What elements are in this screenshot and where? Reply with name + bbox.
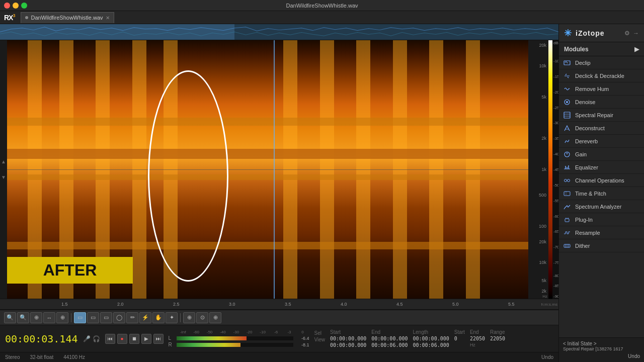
- module-gain[interactable]: Gain: [559, 148, 644, 161]
- spectrogram-canvas[interactable]: AFTER: [7, 40, 528, 299]
- denoise-icon: [563, 98, 571, 106]
- module-dither[interactable]: Dither: [559, 239, 644, 252]
- tool-select-rect[interactable]: ▭: [74, 312, 86, 323]
- db-label-m60: -60: [553, 214, 557, 218]
- tool-zoom-region[interactable]: ⊕: [30, 312, 42, 323]
- tool-pencil[interactable]: ✏: [126, 312, 138, 323]
- module-spectral[interactable]: Spectral Repair: [559, 109, 644, 122]
- db-label-m10: -10: [553, 59, 557, 63]
- playhead-line: [274, 40, 275, 299]
- transport-play[interactable]: ▶: [141, 334, 151, 344]
- maximize-button[interactable]: [21, 3, 27, 9]
- tool-zoom-fit[interactable]: ⊕: [56, 312, 68, 323]
- undo-label[interactable]: Undo: [628, 353, 640, 359]
- spectrum-label: Spectrum Analyzer: [575, 204, 621, 210]
- module-channel[interactable]: Channel Operations: [559, 174, 644, 187]
- freq-label-5k: 5k: [541, 95, 546, 100]
- view-start-time: 00:00:00.000: [330, 342, 366, 348]
- removehum-icon: [563, 85, 571, 93]
- transport-controls[interactable]: ⏮ ● ⏹ ▶ ⏭: [105, 334, 164, 344]
- bottom-status: Stereo 32-bit float 44100 Hz Undo: [0, 352, 558, 362]
- file-tab[interactable]: DanWildfireShowWhistle.wav ✕: [21, 12, 114, 23]
- db-label-m40: -40: [553, 152, 557, 156]
- sel-end-time: 00:00:00.000: [371, 336, 408, 341]
- freq-label-1k: 1k: [541, 167, 546, 172]
- minimize-button[interactable]: [13, 3, 19, 9]
- module-deconstruct[interactable]: Deconstruct: [559, 122, 644, 135]
- transport-stop[interactable]: ⏹: [129, 334, 139, 344]
- frequency-scale: 20k 10k 5k 2k 1k 500 100 20k 10k 5k 2k H…: [528, 40, 548, 299]
- undo-button[interactable]: Undo: [563, 353, 640, 359]
- removehum-label: Remove Hum: [575, 86, 609, 92]
- module-time[interactable]: Time & Pitch: [559, 187, 644, 200]
- tool-loop[interactable]: ⊙: [196, 312, 208, 323]
- close-button[interactable]: [4, 3, 10, 9]
- db-label-m70: -70: [553, 245, 557, 249]
- resample-label: Resample: [575, 230, 600, 236]
- undo-action[interactable]: Undo: [541, 354, 553, 360]
- freq-label-20k: 20k: [539, 43, 546, 48]
- module-denoise[interactable]: Denoise: [559, 96, 644, 109]
- toolbar-separator: [71, 313, 71, 322]
- range-header: Range: [490, 329, 505, 335]
- module-declick[interactable]: Declick & Decrackle: [559, 69, 644, 82]
- transport-record[interactable]: ●: [117, 334, 127, 344]
- module-spectrum[interactable]: Spectrum Analyzer: [559, 200, 644, 213]
- tool-snap[interactable]: ⊕: [183, 312, 195, 323]
- waveform-overview[interactable]: [0, 24, 558, 40]
- transport-fastforward[interactable]: ⏭: [153, 334, 164, 344]
- status-bit-depth: 32-bit float: [30, 354, 53, 360]
- module-plugin[interactable]: Plug-In: [559, 213, 644, 226]
- tab-close-icon[interactable]: ✕: [106, 15, 110, 21]
- header-action-icons[interactable]: ⚙ →: [624, 30, 639, 37]
- gain-label: Gain: [575, 151, 587, 157]
- meter-L-fill: [177, 336, 247, 340]
- spectral-icon: [563, 111, 571, 119]
- module-dereverb[interactable]: Dereverb: [559, 135, 644, 148]
- declip-icon: [563, 59, 571, 67]
- meter-R-fill: [177, 343, 241, 347]
- spectrogram-area[interactable]: ▲ ▼: [0, 40, 558, 299]
- freq-label-500: 500: [539, 193, 546, 198]
- declip-label: Declip: [575, 60, 591, 66]
- tool-pan[interactable]: ↔: [43, 312, 55, 323]
- tool-extra[interactable]: ⊕: [209, 312, 221, 323]
- tool-select-time[interactable]: ▭: [87, 312, 99, 323]
- db-label-m75: -75: [553, 260, 557, 265]
- module-declip[interactable]: Declip: [559, 56, 644, 69]
- module-equalizer[interactable]: Equalizer: [559, 161, 644, 174]
- window-controls[interactable]: [4, 3, 27, 9]
- toolbar-separator-2: [180, 313, 181, 322]
- sel-end-hz: 22050: [470, 336, 485, 341]
- tool-brush[interactable]: ⚡: [139, 312, 151, 323]
- transport-rewind[interactable]: ⏮: [105, 334, 115, 344]
- tool-select-freq[interactable]: ▭: [100, 312, 112, 323]
- tool-magic[interactable]: ✦: [166, 312, 178, 323]
- start-hz-header: Start: [454, 329, 465, 335]
- db-label-m55: -55: [553, 198, 557, 203]
- tool-zoom[interactable]: 🔍: [4, 312, 16, 323]
- time-mark-5.0: 5.0: [452, 302, 459, 307]
- modules-expand-icon[interactable]: ▶: [634, 46, 639, 53]
- module-resample[interactable]: Resample: [559, 226, 644, 239]
- tool-select-lasso[interactable]: ◯: [113, 312, 125, 323]
- sel-col-start-hz: Start 0: [454, 329, 465, 348]
- time-ruler: 1.5 2.0 2.5 3.0 3.5 4.0 4.5 5.0 5.5 h:m:…: [0, 299, 558, 310]
- after-label: AFTER: [7, 257, 133, 284]
- waveform-canvas[interactable]: [0, 24, 558, 40]
- settings-icon[interactable]: ⚙: [624, 30, 630, 37]
- mic-icon: 🎤: [83, 335, 91, 342]
- selection-info: Sel View Start 00:00:00.000 00:00:00.000…: [314, 329, 554, 348]
- tool-zoom-out[interactable]: 🔍: [17, 312, 29, 323]
- time-mark-2.0: 2.0: [117, 302, 124, 307]
- db-label-m65: -65: [553, 229, 557, 234]
- app-version: 3: [13, 13, 15, 18]
- meter-L-label: L: [169, 335, 175, 341]
- time-mark-5.5: 5.5: [508, 302, 515, 307]
- module-removehum[interactable]: Remove Hum: [559, 82, 644, 96]
- left-handle[interactable]: ▲ ▼: [0, 40, 7, 299]
- meter-scale: -Inf-60-50-40-30-20-10-6-30: [177, 330, 309, 334]
- tool-hand[interactable]: ✋: [152, 312, 165, 323]
- equalizer-icon: [563, 163, 571, 171]
- arrow-icon[interactable]: →: [633, 30, 639, 37]
